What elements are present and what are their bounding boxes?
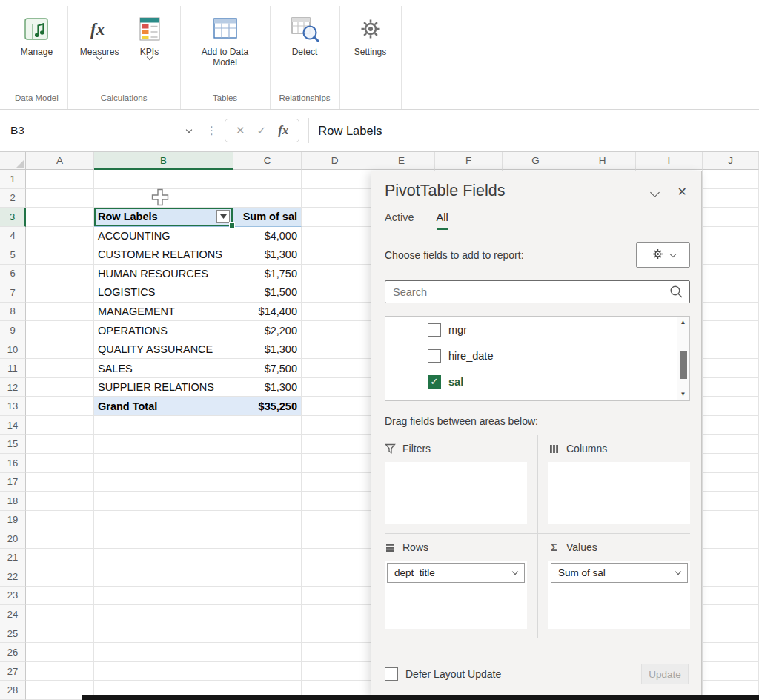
cell-D19[interactable] <box>302 511 368 530</box>
row-header-20[interactable]: 20 <box>0 529 26 549</box>
cell-A15[interactable] <box>26 435 94 454</box>
cell-D17[interactable] <box>302 473 368 492</box>
cell-C20[interactable] <box>233 529 302 549</box>
column-header-D[interactable]: D <box>302 152 368 170</box>
cell-B4[interactable]: ACCOUNTING <box>94 227 233 246</box>
row-header-10[interactable]: 10 <box>0 340 26 360</box>
cell-D23[interactable] <box>302 587 368 606</box>
cell-J8[interactable] <box>703 303 759 322</box>
row-header-8[interactable]: 8 <box>0 303 26 322</box>
scroll-thumb[interactable] <box>680 351 687 379</box>
field-item-hire-date[interactable]: hire_date <box>385 343 689 369</box>
cell-C14[interactable] <box>233 416 302 435</box>
cell-B26[interactable] <box>94 643 233 662</box>
field-checkbox-mgr[interactable] <box>428 323 441 337</box>
cell-A4[interactable] <box>26 227 94 246</box>
rows-field-dept-title[interactable]: dept_title <box>387 563 525 583</box>
cell-C5[interactable]: $1,300 <box>233 245 302 265</box>
cell-D20[interactable] <box>302 529 368 549</box>
cell-C3[interactable]: Sum of sal <box>233 208 302 227</box>
cell-B11[interactable]: SALES <box>94 359 233 378</box>
row-header-19[interactable]: 19 <box>0 511 26 530</box>
row-header-26[interactable]: 26 <box>0 643 26 662</box>
defer-layout-update[interactable]: Defer Layout Update <box>385 667 501 681</box>
cell-C25[interactable] <box>233 624 302 644</box>
cell-A16[interactable] <box>26 454 94 473</box>
cell-J1[interactable] <box>703 170 759 189</box>
row-header-17[interactable]: 17 <box>0 473 26 492</box>
cell-B13[interactable]: Grand Total <box>94 397 233 416</box>
cell-J21[interactable] <box>703 549 759 568</box>
cell-B24[interactable] <box>94 605 233 624</box>
row-header-24[interactable]: 24 <box>0 605 26 624</box>
cell-J16[interactable] <box>703 454 759 473</box>
cell-C21[interactable] <box>233 549 302 568</box>
cell-D27[interactable] <box>302 662 368 681</box>
row-header-22[interactable]: 22 <box>0 567 26 587</box>
column-header-E[interactable]: E <box>368 152 435 170</box>
field-list-scrollbar[interactable]: ▲ ▼ <box>677 317 689 400</box>
cell-C18[interactable] <box>233 492 302 511</box>
enter-icon[interactable]: ✓ <box>257 124 267 137</box>
column-header-B[interactable]: B <box>94 152 233 170</box>
cell-B23[interactable] <box>94 587 233 606</box>
cell-D26[interactable] <box>302 643 368 662</box>
cell-A27[interactable] <box>26 662 94 681</box>
tab-active[interactable]: Active <box>385 211 414 230</box>
ribbon-button-detect[interactable]: Detect <box>283 12 326 57</box>
cell-J19[interactable] <box>703 511 759 530</box>
cell-C11[interactable]: $7,500 <box>233 359 302 378</box>
cell-J9[interactable] <box>703 321 759 340</box>
cell-J27[interactable] <box>703 662 759 681</box>
cell-J22[interactable] <box>703 567 759 587</box>
cell-C24[interactable] <box>233 605 302 624</box>
row-header-11[interactable]: 11 <box>0 359 26 378</box>
cell-B1[interactable] <box>94 170 233 189</box>
cell-A23[interactable] <box>26 587 94 606</box>
cell-D3[interactable] <box>302 208 368 227</box>
search-input[interactable] <box>385 280 690 303</box>
cell-A24[interactable] <box>26 605 94 624</box>
cell-A26[interactable] <box>26 643 94 662</box>
cell-A17[interactable] <box>26 473 94 492</box>
cell-D10[interactable] <box>302 340 368 360</box>
values-field-sum-of-sal[interactable]: Sum of sal <box>551 563 688 583</box>
row-header-25[interactable]: 25 <box>0 624 26 644</box>
cell-C10[interactable]: $1,300 <box>233 340 302 360</box>
field-item-sal[interactable]: ✓sal <box>385 369 689 394</box>
cell-D4[interactable] <box>302 227 368 246</box>
cell-B15[interactable] <box>94 435 233 454</box>
cell-D8[interactable] <box>302 303 368 322</box>
cell-J25[interactable] <box>703 624 759 644</box>
cell-C7[interactable]: $1,500 <box>233 283 302 303</box>
cell-B7[interactable]: LOGISTICS <box>94 283 233 303</box>
field-checkbox-partial[interactable] <box>428 401 441 402</box>
cell-A11[interactable] <box>26 359 94 378</box>
cell-C13[interactable]: $35,250 <box>233 397 302 416</box>
cell-B19[interactable] <box>94 511 233 530</box>
cell-B6[interactable]: HUMAN RESOURCES <box>94 265 233 284</box>
cell-D16[interactable] <box>302 454 368 473</box>
cell-J23[interactable] <box>703 587 759 606</box>
row-header-3[interactable]: 3 <box>0 208 26 227</box>
cell-D6[interactable] <box>302 265 368 284</box>
filters-drop-zone[interactable] <box>385 462 527 524</box>
cell-J24[interactable] <box>703 605 759 624</box>
name-box[interactable]: B3 <box>0 110 202 151</box>
cell-A20[interactable] <box>26 529 94 549</box>
cell-J26[interactable] <box>703 643 759 662</box>
cell-D2[interactable] <box>302 189 368 208</box>
column-header-F[interactable]: F <box>435 152 503 170</box>
cell-B12[interactable]: SUPPLIER RELATIONS <box>94 378 233 397</box>
pane-collapse-chevron-icon[interactable] <box>650 188 660 197</box>
cell-J11[interactable] <box>703 359 759 378</box>
row-header-6[interactable]: 6 <box>0 265 26 284</box>
row-header-1[interactable]: 1 <box>0 170 26 189</box>
row-header-2[interactable]: 2 <box>0 189 26 208</box>
cell-B5[interactable]: CUSTOMER RELATIONS <box>94 245 233 265</box>
pane-close-icon[interactable]: ✕ <box>677 186 687 198</box>
defer-checkbox[interactable] <box>385 667 398 681</box>
scroll-up-icon[interactable]: ▲ <box>680 320 686 326</box>
cell-C17[interactable] <box>233 473 302 492</box>
cell-C27[interactable] <box>233 662 302 681</box>
